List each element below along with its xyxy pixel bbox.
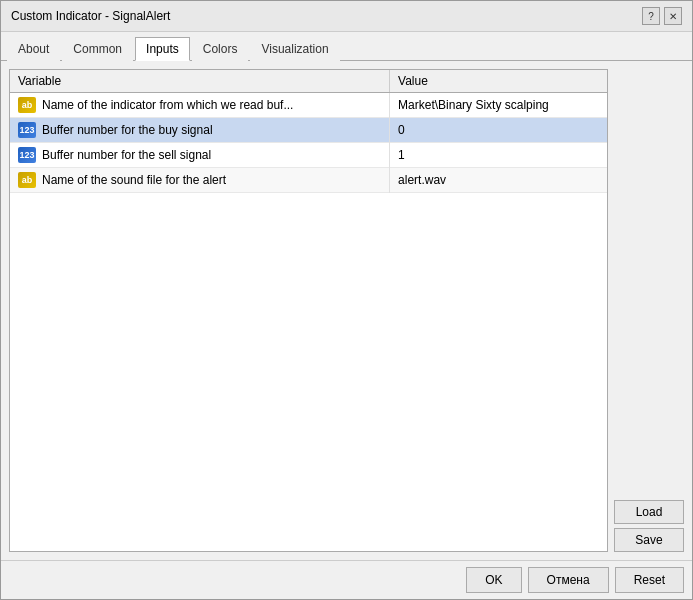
tab-inputs[interactable]: Inputs xyxy=(135,37,190,61)
footer-bar: OK Отмена Reset xyxy=(1,560,692,599)
variable-cell: 123Buffer number for the buy signal xyxy=(10,118,390,143)
save-button[interactable]: Save xyxy=(614,528,684,552)
variable-label: Name of the sound file for the alert xyxy=(42,173,226,187)
value-cell: Market\Binary Sixty scalping xyxy=(390,93,607,118)
123-icon: 123 xyxy=(18,147,36,163)
value-cell: 0 xyxy=(390,118,607,143)
variable-cell: abName of the sound file for the alert xyxy=(10,168,390,193)
ab-icon: ab xyxy=(18,172,36,188)
table-row[interactable]: 123Buffer number for the buy signal0 xyxy=(10,118,607,143)
reset-button[interactable]: Reset xyxy=(615,567,684,593)
title-controls: ? ✕ xyxy=(642,7,682,25)
col-value: Value xyxy=(390,70,607,93)
title-bar: Custom Indicator - SignalAlert ? ✕ xyxy=(1,1,692,32)
side-buttons: Load Save xyxy=(608,69,684,552)
tab-colors[interactable]: Colors xyxy=(192,37,249,61)
tab-bar: About Common Inputs Colors Visualization xyxy=(1,32,692,61)
value-cell: 1 xyxy=(390,143,607,168)
tab-about[interactable]: About xyxy=(7,37,60,61)
variable-label: Name of the indicator from which we read… xyxy=(42,98,293,112)
value-cell: alert.wav xyxy=(390,168,607,193)
dialog-window: Custom Indicator - SignalAlert ? ✕ About… xyxy=(0,0,693,600)
123-icon: 123 xyxy=(18,122,36,138)
help-button[interactable]: ? xyxy=(642,7,660,25)
ab-icon: ab xyxy=(18,97,36,113)
table-row[interactable]: abName of the sound file for the alertal… xyxy=(10,168,607,193)
window-title: Custom Indicator - SignalAlert xyxy=(11,9,170,23)
close-button[interactable]: ✕ xyxy=(664,7,682,25)
footer-actions: OK Отмена Reset xyxy=(466,567,684,593)
tab-visualization[interactable]: Visualization xyxy=(250,37,339,61)
table-row[interactable]: abName of the indicator from which we re… xyxy=(10,93,607,118)
load-button[interactable]: Load xyxy=(614,500,684,524)
tab-common[interactable]: Common xyxy=(62,37,133,61)
main-content: Variable Value abName of the indicator f… xyxy=(1,61,692,560)
variable-label: Buffer number for the sell signal xyxy=(42,148,211,162)
variable-cell: abName of the indicator from which we re… xyxy=(10,93,390,118)
cancel-button[interactable]: Отмена xyxy=(528,567,609,593)
col-variable: Variable xyxy=(10,70,390,93)
inputs-table-container: Variable Value abName of the indicator f… xyxy=(9,69,608,552)
ok-button[interactable]: OK xyxy=(466,567,521,593)
variable-cell: 123Buffer number for the sell signal xyxy=(10,143,390,168)
inputs-table: Variable Value abName of the indicator f… xyxy=(10,70,607,193)
table-row[interactable]: 123Buffer number for the sell signal1 xyxy=(10,143,607,168)
variable-label: Buffer number for the buy signal xyxy=(42,123,213,137)
